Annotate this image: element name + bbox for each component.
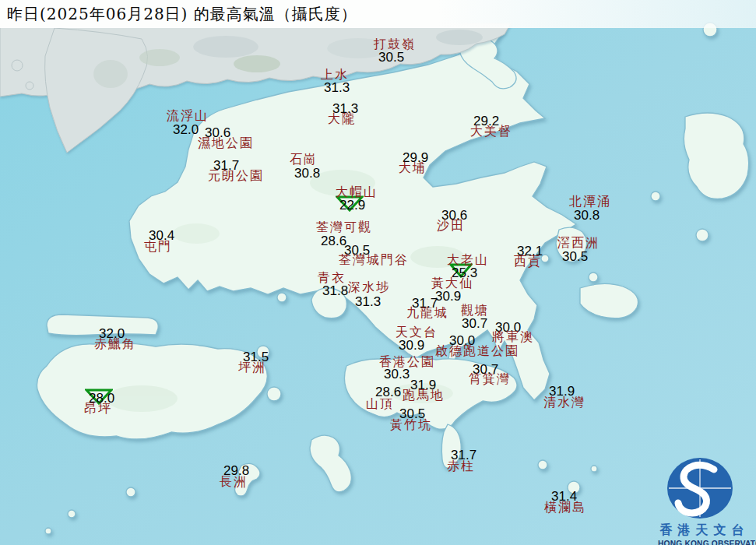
station-label: 筲箕灣 xyxy=(469,373,511,385)
small-island xyxy=(696,229,709,241)
station-temp: 32.0 xyxy=(173,123,199,136)
hko-logo-english-text: HONG KONG OBSERVATORY xyxy=(658,540,751,545)
station-temp: 30.3 xyxy=(384,367,410,381)
tung-lung-islet xyxy=(538,460,547,469)
station-label: 大美督 xyxy=(470,125,512,138)
hong-kong-map xyxy=(0,0,756,545)
station-label: 深水埗 xyxy=(348,281,390,294)
station-label: 啟德跑道公園 xyxy=(435,345,519,357)
station-label: 大帽山 xyxy=(336,186,378,199)
hko-logo: 香港天文台 HONG KONG OBSERVATORY xyxy=(658,455,751,545)
max-temperature-map: 昨日(2025年06月28日) 的最高氣溫（攝氏度） 打鼓嶺 30.5 上水 3… xyxy=(0,0,756,545)
station-label: 橫瀾島 xyxy=(544,501,586,514)
islet xyxy=(12,60,23,71)
station-label: 赤鱲角 xyxy=(94,338,136,350)
station-temp: 31.3 xyxy=(324,81,350,94)
station-label: 大隴 xyxy=(328,113,356,125)
station-label: 將軍澳 xyxy=(492,331,534,343)
islet xyxy=(26,82,33,90)
station-label: 長洲 xyxy=(220,476,248,488)
station-label: 跑馬地 xyxy=(403,389,445,402)
station-label: 黃大仙 xyxy=(431,277,473,290)
station-label: 流浮山 xyxy=(167,110,209,122)
station-label: 九龍城 xyxy=(406,307,448,319)
station-label: 大埔 xyxy=(399,162,427,174)
station-label: 天文台 xyxy=(396,326,438,339)
station-temp: 31.3 xyxy=(355,295,381,308)
station-label: 赤柱 xyxy=(447,460,475,473)
station-label: 坪洲 xyxy=(238,361,266,374)
station-label: 荃灣可觀 xyxy=(316,221,372,234)
islet xyxy=(591,466,597,472)
small-island xyxy=(651,192,660,201)
ma-wan-island xyxy=(277,293,287,302)
station-temp: 30.9 xyxy=(435,290,461,303)
station-label: 元朗公園 xyxy=(208,170,264,182)
station-temp: 30.5 xyxy=(378,51,404,64)
station-label: 黃竹坑 xyxy=(390,419,432,431)
station-label: 大老山 xyxy=(447,254,489,266)
soko-islands xyxy=(126,487,135,497)
station-label: 觀塘 xyxy=(461,304,489,317)
station-temp: 30.5 xyxy=(562,250,588,263)
station-label: 沙田 xyxy=(437,220,465,232)
station-temp: 30.9 xyxy=(399,339,424,352)
station-label: 西貢 xyxy=(514,255,542,268)
station-label: 青衣 xyxy=(318,272,346,284)
station-temp: 28.6 xyxy=(321,234,346,248)
station-temp: 22.9 xyxy=(339,199,365,212)
station-temp: 30.7 xyxy=(462,317,487,330)
jin-island xyxy=(589,272,598,282)
hei-ling-chau-island xyxy=(267,387,281,401)
station-label: 山頂 xyxy=(366,398,394,410)
station-label: 屯門 xyxy=(144,241,172,253)
station-label: 荃灣城門谷 xyxy=(339,254,409,266)
station-label: 打鼓嶺 xyxy=(374,38,416,51)
hko-logo-chinese-text: 香港天文台 xyxy=(658,522,751,539)
station-label: 北潭涌 xyxy=(569,195,611,208)
station-temp: 30.8 xyxy=(294,167,320,180)
station-label: 滘西洲 xyxy=(557,237,600,249)
station-label: 上水 xyxy=(321,69,349,81)
station-label: 濕地公園 xyxy=(198,137,254,149)
station-temp: 31.8 xyxy=(322,284,348,297)
station-label: 石崗 xyxy=(290,153,318,166)
station-temp: 30.8 xyxy=(574,209,600,222)
station-label: 昂坪 xyxy=(84,403,112,415)
islet xyxy=(45,528,51,534)
islet xyxy=(68,510,76,518)
page-title: 昨日(2025年06月28日) 的最高氣溫（攝氏度） xyxy=(0,0,756,28)
station-label: 清水灣 xyxy=(543,396,585,409)
